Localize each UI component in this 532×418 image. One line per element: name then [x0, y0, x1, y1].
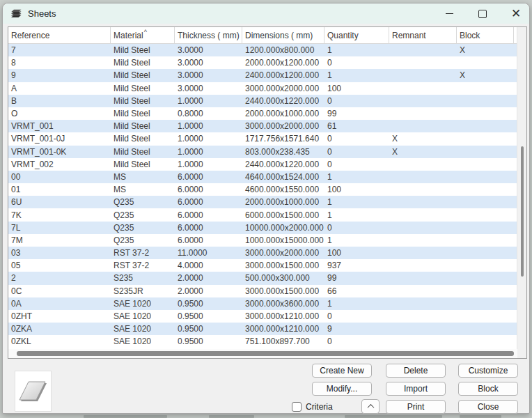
- table-cell: B: [8, 96, 111, 106]
- table-cell: VRMT_002: [8, 160, 111, 169]
- table-cell: 1.0000: [175, 96, 242, 106]
- table-cell: 0ZKA: [8, 324, 111, 334]
- table-cell: X: [457, 45, 514, 55]
- table-cell: Mild Steel: [111, 160, 175, 169]
- table-cell: 9: [8, 70, 111, 80]
- table-row[interactable]: 7KQ2356.00006000.000x1500.0001: [8, 208, 517, 221]
- column-header-dimensions-mm[interactable]: Dimensions ( mm): [242, 27, 324, 43]
- table-cell: 6U: [8, 197, 111, 207]
- table-cell: Q235: [111, 210, 175, 220]
- criteria-control: Criteria: [292, 400, 333, 414]
- sheets-stack-icon: [10, 8, 22, 19]
- table-cell: 6.0000: [175, 172, 242, 182]
- column-header-label: Block: [460, 31, 480, 40]
- table-cell: 0: [324, 147, 389, 157]
- table-row[interactable]: 7LQ2356.000010000.000x2000.0000: [8, 222, 517, 234]
- table-row[interactable]: 01MS6.00004600.000x1550.000100: [8, 183, 517, 196]
- table-row[interactable]: VRMT_001-0JMild Steel1.00001717.756x1571…: [8, 132, 517, 145]
- vertical-scrollbar-thumb[interactable]: [521, 146, 524, 277]
- table-cell: 3000.000x1210.000: [242, 324, 324, 334]
- import-button[interactable]: Import: [386, 382, 446, 396]
- table-cell: 7M: [8, 235, 111, 245]
- table-row[interactable]: VRMT_001-0KMild Steel1.0000803.000x238.4…: [8, 146, 517, 158]
- column-header-label: Reference: [11, 31, 49, 40]
- modify-button[interactable]: Modify...: [312, 382, 372, 396]
- table-cell: Q235: [111, 197, 175, 207]
- print-button[interactable]: Print: [386, 400, 446, 414]
- minimize-button[interactable]: [437, 3, 461, 24]
- table-cell: O: [8, 109, 111, 118]
- table-cell: 1717.756x1571.640: [242, 134, 324, 144]
- table-row[interactable]: 00MS6.00004640.000x1524.0001: [8, 171, 517, 183]
- table-cell: 0.9500: [175, 336, 242, 346]
- table-cell: 2000.000x1200.000: [242, 58, 324, 68]
- table-row[interactable]: 7Mild Steel3.00001200.000x800.0001X: [8, 44, 517, 56]
- table-row[interactable]: 9Mild Steel3.00002400.000x1200.0001X: [8, 69, 517, 82]
- table-cell: 751.100x897.700: [242, 336, 324, 346]
- table-row[interactable]: VRMT_001Mild Steel1.00003000.000x2000.00…: [8, 120, 517, 132]
- close-button[interactable]: Close: [458, 400, 518, 414]
- column-header-thickness-mm[interactable]: Thickness ( mm): [175, 27, 242, 43]
- table-cell: 0: [324, 58, 389, 68]
- block-button[interactable]: Block: [458, 382, 518, 396]
- table-cell: 05: [8, 261, 111, 270]
- column-header-material[interactable]: Material^: [111, 27, 175, 43]
- table-cell: 937: [324, 261, 389, 270]
- table-cell: 7K: [8, 210, 111, 220]
- table-cell: VRMT_001-0J: [8, 134, 111, 144]
- table-cell: 1.0000: [175, 121, 242, 131]
- table-cell: 3.0000: [175, 58, 242, 68]
- close-window-button[interactable]: ✕: [504, 3, 528, 24]
- table-cell: Mild Steel: [111, 147, 175, 157]
- column-header-quantity[interactable]: Quantity: [324, 27, 389, 43]
- horizontal-scrollbar-thumb[interactable]: [17, 351, 514, 356]
- column-header-remnant[interactable]: Remnant: [389, 27, 457, 43]
- table-row[interactable]: BMild Steel1.00002440.000x1220.0000: [8, 95, 517, 107]
- table-row[interactable]: 0CS235JR2.00003000.000x1500.00066: [8, 285, 517, 297]
- table-row[interactable]: 0ASAE 10200.95003000.000x3600.0001: [8, 297, 517, 310]
- table-row[interactable]: 05RST 37-24.00003000.000x1500.000937: [8, 259, 517, 272]
- criteria-checkbox[interactable]: [292, 402, 302, 412]
- table-cell: 6.0000: [175, 185, 242, 194]
- table-row[interactable]: 03RST 37-211.00003000.000x2000.000100: [8, 247, 517, 259]
- table-cell: RST 37-2: [111, 248, 175, 258]
- table-cell: 0: [324, 134, 389, 144]
- table-row[interactable]: 0ZKASAE 10200.95003000.000x1210.0009: [8, 323, 517, 335]
- criteria-label: Criteria: [306, 402, 333, 412]
- table-row[interactable]: 2S2352.0000500.000x300.00099: [8, 272, 517, 284]
- table-cell: VRMT_001-0K: [8, 147, 111, 157]
- delete-button[interactable]: Delete: [386, 364, 446, 378]
- table-row[interactable]: 8Mild Steel3.00002000.000x1200.0000: [8, 56, 517, 69]
- vertical-scrollbar[interactable]: [517, 27, 526, 358]
- column-header-block[interactable]: Block: [457, 27, 514, 43]
- table-row[interactable]: VRMT_002Mild Steel1.00002440.000x1220.00…: [8, 158, 517, 171]
- table-row[interactable]: AMild Steel3.00003000.000x2000.000100: [8, 82, 517, 95]
- column-header-reference[interactable]: Reference: [8, 27, 111, 43]
- table-cell: Q235: [111, 235, 175, 245]
- table-cell: 2.0000: [175, 286, 242, 296]
- table-header: ReferenceMaterial^Thickness ( mm)Dimensi…: [8, 27, 517, 44]
- table-row[interactable]: 0ZKLSAE 10200.9500751.100x897.7000: [8, 335, 517, 348]
- sheets-table: ReferenceMaterial^Thickness ( mm)Dimensi…: [8, 26, 527, 359]
- table-cell: 2: [8, 273, 111, 283]
- sheet-preview-logo: [15, 371, 52, 412]
- table-cell: 0ZHT: [8, 311, 111, 321]
- table-cell: 0A: [8, 299, 111, 309]
- collapse-button[interactable]: [361, 399, 380, 414]
- table-cell: Mild Steel: [111, 84, 175, 93]
- table-cell: 7L: [8, 223, 111, 233]
- maximize-button[interactable]: [471, 3, 494, 24]
- table-row[interactable]: OMild Steel0.80002000.000x1000.00099: [8, 107, 517, 120]
- table-cell: 6.0000: [175, 235, 242, 245]
- table-cell: 0ZKL: [8, 336, 111, 346]
- table-row[interactable]: 7MQ2356.00001000.000x15000.0001: [8, 234, 517, 247]
- table-cell: 1.0000: [175, 147, 242, 157]
- create-new-button[interactable]: Create New: [312, 364, 372, 378]
- horizontal-scrollbar[interactable]: [8, 349, 517, 358]
- table-cell: 100: [324, 248, 389, 258]
- table-cell: SAE 1020: [111, 311, 175, 321]
- table-row[interactable]: 0ZHTSAE 10200.95003000.000x1210.0000: [8, 310, 517, 323]
- table-row[interactable]: 6UQ2356.00002000.000x1000.0001: [8, 196, 517, 208]
- customize-button[interactable]: Customize: [458, 364, 518, 378]
- table-cell: SAE 1020: [111, 336, 175, 346]
